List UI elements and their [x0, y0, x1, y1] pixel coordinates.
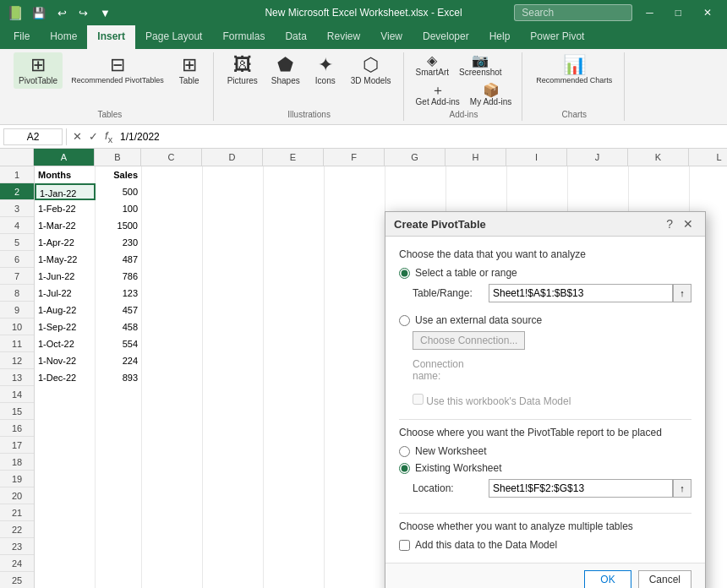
- tab-page-layout[interactable]: Page Layout: [135, 25, 212, 49]
- cell-b12[interactable]: 224: [96, 352, 142, 369]
- col-header-g[interactable]: G: [385, 149, 445, 166]
- cell-empty[interactable]: [325, 352, 385, 369]
- cell-empty[interactable]: [203, 403, 264, 420]
- col-header-c[interactable]: C: [141, 149, 202, 166]
- tab-power-pivot[interactable]: Power Pivot: [520, 25, 594, 49]
- cell-empty[interactable]: [264, 538, 325, 555]
- cell-empty[interactable]: [325, 386, 385, 403]
- row-header-19[interactable]: 19: [0, 471, 34, 487]
- cell-a25[interactable]: [35, 572, 96, 588]
- search-input[interactable]: [514, 4, 632, 21]
- cell-empty[interactable]: [142, 183, 203, 200]
- cell-a10[interactable]: 1-Sep-22: [35, 318, 96, 335]
- cell-b20[interactable]: [96, 487, 142, 504]
- maximize-button[interactable]: □: [667, 0, 690, 25]
- save-button[interactable]: 💾: [29, 5, 49, 21]
- confirm-formula-button[interactable]: ✓: [86, 129, 101, 144]
- cell-a8[interactable]: 1-Jul-22: [35, 285, 96, 302]
- cell-empty[interactable]: [142, 454, 203, 471]
- cell-empty[interactable]: [325, 454, 385, 471]
- col-header-b[interactable]: B: [95, 149, 141, 166]
- cell-empty[interactable]: [264, 504, 325, 521]
- cell-empty[interactable]: [203, 302, 264, 318]
- cell-empty[interactable]: [142, 555, 203, 572]
- cell-empty[interactable]: [325, 318, 385, 335]
- cell-b17[interactable]: [96, 437, 142, 454]
- undo-button[interactable]: ↩: [54, 5, 70, 21]
- cell-a14[interactable]: [35, 386, 96, 403]
- choose-connection-button[interactable]: Choose Connection...: [413, 331, 525, 350]
- col-header-j[interactable]: J: [567, 149, 628, 166]
- close-button[interactable]: ✕: [695, 0, 720, 25]
- cell-a1[interactable]: Months: [35, 166, 96, 183]
- cell-b10[interactable]: 458: [96, 318, 142, 335]
- cell-b19[interactable]: [96, 471, 142, 487]
- cell-empty[interactable]: [264, 386, 325, 403]
- cell-empty[interactable]: [203, 200, 264, 217]
- cell-a15[interactable]: [35, 403, 96, 420]
- tab-review[interactable]: Review: [317, 25, 370, 49]
- cell-b18[interactable]: [96, 454, 142, 471]
- radio-select-table[interactable]: [399, 268, 410, 279]
- cell-empty[interactable]: [446, 183, 507, 200]
- cell-empty[interactable]: [325, 234, 385, 251]
- cell-empty[interactable]: [264, 454, 325, 471]
- cell-b24[interactable]: [96, 555, 142, 572]
- row-header-6[interactable]: 6: [0, 251, 34, 268]
- cell-empty[interactable]: [568, 183, 629, 200]
- row-header-8[interactable]: 8: [0, 285, 34, 302]
- cell-empty[interactable]: [203, 471, 264, 487]
- cell-empty[interactable]: [264, 555, 325, 572]
- cell-empty[interactable]: [264, 471, 325, 487]
- row-header-10[interactable]: 10: [0, 318, 34, 335]
- minimize-button[interactable]: ─: [637, 0, 662, 25]
- cell-empty[interactable]: [264, 318, 325, 335]
- cell-empty[interactable]: [264, 403, 325, 420]
- cell-a16[interactable]: [35, 420, 96, 437]
- cell-b1[interactable]: Sales: [96, 166, 142, 183]
- tab-home[interactable]: Home: [40, 25, 87, 49]
- pivot-table-button[interactable]: ⊞ PivotTable: [14, 52, 63, 89]
- cell-empty[interactable]: [325, 403, 385, 420]
- cell-b22[interactable]: [96, 521, 142, 538]
- cell-empty[interactable]: [325, 200, 385, 217]
- table-button[interactable]: ⊞ Table: [172, 52, 206, 89]
- cell-empty[interactable]: [203, 217, 264, 234]
- row-header-20[interactable]: 20: [0, 487, 34, 504]
- cell-empty[interactable]: [203, 521, 264, 538]
- cell-a13[interactable]: 1-Dec-22: [35, 369, 96, 386]
- cell-empty[interactable]: [203, 487, 264, 504]
- cell-empty[interactable]: [325, 471, 385, 487]
- cell-empty[interactable]: [325, 302, 385, 318]
- row-header-3[interactable]: 3: [0, 200, 34, 217]
- cell-empty[interactable]: [203, 369, 264, 386]
- cell-empty[interactable]: [203, 234, 264, 251]
- cell-empty[interactable]: [203, 504, 264, 521]
- cell-b6[interactable]: 487: [96, 251, 142, 268]
- cell-empty[interactable]: [203, 335, 264, 352]
- cell-a7[interactable]: 1-Jun-22: [35, 268, 96, 285]
- cell-empty[interactable]: [446, 166, 507, 183]
- cell-empty[interactable]: [325, 183, 385, 200]
- col-header-i[interactable]: I: [506, 149, 567, 166]
- row-header-11[interactable]: 11: [0, 335, 34, 352]
- cell-empty[interactable]: [203, 538, 264, 555]
- cancel-button[interactable]: Cancel: [638, 570, 691, 588]
- col-header-h[interactable]: H: [445, 149, 506, 166]
- location-collapse-button[interactable]: ↑: [673, 479, 691, 498]
- cell-empty[interactable]: [142, 521, 203, 538]
- cell-empty[interactable]: [142, 302, 203, 318]
- cell-empty[interactable]: [142, 471, 203, 487]
- cell-empty[interactable]: [325, 555, 385, 572]
- cell-a23[interactable]: [35, 538, 96, 555]
- cell-empty[interactable]: [142, 285, 203, 302]
- cell-a21[interactable]: [35, 504, 96, 521]
- location-input[interactable]: [489, 479, 673, 498]
- cell-empty[interactable]: [264, 251, 325, 268]
- cell-a17[interactable]: [35, 437, 96, 454]
- row-header-5[interactable]: 5: [0, 234, 34, 251]
- cell-empty[interactable]: [325, 487, 385, 504]
- row-header-1[interactable]: 1: [0, 166, 34, 183]
- tab-formulas[interactable]: Formulas: [212, 25, 275, 49]
- cell-empty[interactable]: [142, 251, 203, 268]
